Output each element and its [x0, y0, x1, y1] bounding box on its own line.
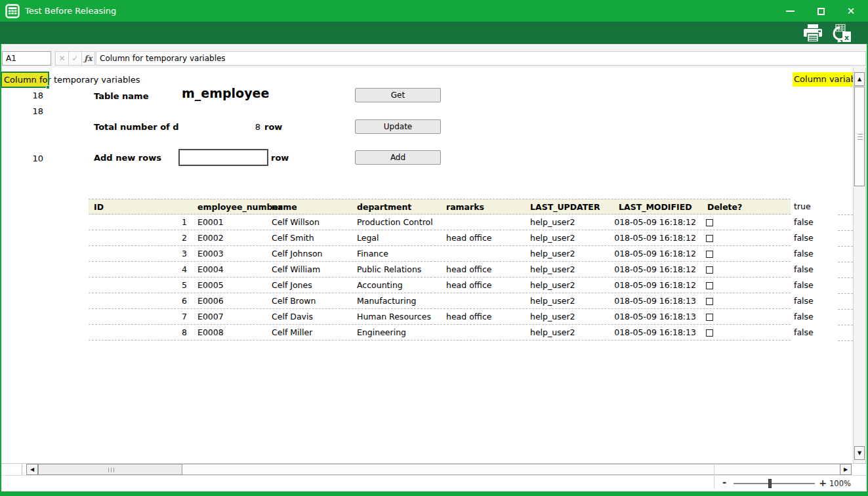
delete-checkbox[interactable]	[706, 298, 713, 305]
table-row: 3 E0003 Celf Johnson Finance help_user2 …	[89, 246, 791, 262]
add-rows-input[interactable]	[178, 149, 268, 166]
zoom-level-label: 100%	[829, 479, 851, 488]
vertical-scrollbar[interactable]: ▲ ▼	[853, 68, 866, 463]
add-button[interactable]: Add	[355, 150, 441, 165]
add-rows-unit: row	[271, 153, 289, 163]
cell-last-updater: help_user2	[525, 230, 613, 246]
scroll-down-button[interactable]: ▼	[854, 446, 865, 460]
left-value-cell[interactable]: 18	[1, 91, 43, 101]
cell-employee-number: E0004	[192, 262, 266, 278]
formula-cancel-icon[interactable]: ✕	[55, 51, 69, 66]
zoom-area-separator	[714, 465, 714, 489]
formula-bar: A1 ✕ ✓ ƒx Column for temporary variables	[0, 44, 868, 68]
flag-value: false	[794, 215, 833, 230]
cell-department: Public Relations	[352, 262, 441, 278]
zoom-slider-thumb[interactable]	[768, 479, 772, 488]
maximize-button[interactable]	[808, 3, 834, 20]
cell-department: Accounting	[352, 278, 441, 293]
cell-id: 8	[89, 325, 192, 341]
table-name-label: Table name	[94, 91, 148, 102]
table-row: 2 E0002 Celf Smith Legal head office hel…	[89, 230, 791, 246]
window-border-bottom	[0, 491, 868, 496]
thumb-grip	[114, 468, 114, 472]
fill-handle[interactable]	[46, 85, 50, 89]
cell-ramarks: head office	[441, 278, 525, 293]
flag-value: false	[794, 325, 833, 341]
cell-last-updater: help_user2	[525, 215, 613, 230]
table-row: 4 E0004 Celf William Public Relations he…	[89, 262, 791, 278]
vertical-scroll-thumb[interactable]	[854, 87, 865, 186]
cell-delete	[702, 309, 791, 325]
cell-ramarks: head office	[441, 230, 525, 246]
header-ramarks: ramarks	[441, 199, 525, 215]
total-rows-label: Total number of d	[94, 122, 179, 133]
table-row: 7 E0007 Celf Davis Human Resources head …	[89, 309, 791, 325]
minimize-button[interactable]	[777, 3, 803, 20]
table-row: 6 E0006 Celf Brown Manufacturing help_us…	[89, 293, 791, 309]
cell-last-updater: help_user2	[525, 278, 613, 293]
arrow-up-icon: ▲	[858, 76, 861, 82]
cell-employee-number: E0006	[192, 293, 266, 309]
left-value-cell[interactable]: 18	[1, 106, 43, 117]
delete-checkbox[interactable]	[706, 251, 713, 258]
zoom-slider-track[interactable]	[734, 483, 815, 484]
maximize-icon	[817, 8, 825, 15]
selection-border	[1, 72, 49, 88]
delete-checkbox[interactable]	[706, 235, 713, 242]
formula-input[interactable]: Column for temporary variables	[96, 51, 866, 66]
horizontal-scroll-thumb[interactable]	[38, 464, 182, 475]
header-last-updater: LAST_UPDATER	[525, 199, 613, 215]
formula-enter-icon[interactable]: ✓	[68, 51, 82, 66]
cell-name: Celf Davis	[266, 309, 352, 325]
cell-id: 3	[89, 246, 192, 262]
cell-department: Legal	[352, 230, 441, 246]
cell-id: 5	[89, 278, 192, 293]
sheet-area: Column for temporary variables Column va…	[1, 68, 853, 463]
scroll-right-button[interactable]: ▶	[840, 464, 852, 475]
flag-header: true	[794, 199, 833, 215]
cell-name-box[interactable]: A1	[2, 51, 51, 66]
get-button[interactable]: Get	[355, 88, 441, 102]
delete-checkbox[interactable]	[706, 266, 713, 274]
table-row: 1 E0001 Celf Willson Production Control …	[89, 215, 791, 230]
cell-delete	[702, 262, 791, 278]
cell-department: Manufacturing	[352, 293, 441, 309]
cell-delete	[702, 230, 791, 246]
left-value-cell[interactable]: 10	[1, 154, 43, 164]
cell-id: 2	[89, 230, 192, 246]
cell-id: 6	[89, 293, 192, 309]
right-highlight-cell[interactable]: Column variabl	[793, 72, 854, 87]
zoom-out-button[interactable]: -	[719, 478, 730, 488]
thumb-grip	[858, 134, 863, 134]
print-icon[interactable]	[802, 24, 824, 43]
cell-department: Production Control	[352, 215, 441, 230]
insert-function-icon[interactable]: ƒx	[81, 51, 95, 66]
delete-checkbox[interactable]	[706, 282, 713, 289]
cell-name: Celf William	[266, 262, 352, 278]
flag-value: false	[794, 278, 833, 293]
flag-value: false	[794, 246, 833, 262]
flag-value: false	[794, 293, 833, 309]
cell-delete	[702, 215, 791, 230]
delete-checkbox[interactable]	[706, 314, 713, 321]
delete-checkbox[interactable]	[706, 219, 713, 226]
update-button[interactable]: Update	[355, 119, 441, 134]
scrollbar-row-border	[1, 475, 867, 476]
cell-id: 7	[89, 309, 192, 325]
statusbar-separator	[22, 464, 22, 475]
cell-delete	[702, 278, 791, 293]
scroll-left-button[interactable]: ◀	[26, 464, 38, 475]
cell-delete	[702, 293, 791, 309]
header-employee-number: employee_number	[192, 199, 266, 215]
excel-export-icon[interactable]: x	[831, 24, 853, 43]
arrow-right-icon: ▶	[844, 466, 848, 472]
cell-last-updater: help_user2	[525, 325, 613, 341]
cell-employee-number: E0003	[192, 246, 266, 262]
scroll-up-button[interactable]: ▲	[854, 72, 865, 86]
svg-text:x: x	[844, 33, 849, 42]
delete-checkbox[interactable]	[706, 329, 713, 337]
cell-last-modified: 2018-05-09 16:18:12	[613, 246, 702, 262]
zoom-in-button[interactable]: +	[817, 478, 828, 488]
cell-department: Human Resources	[352, 309, 441, 325]
close-button[interactable]: ✕	[838, 3, 864, 20]
